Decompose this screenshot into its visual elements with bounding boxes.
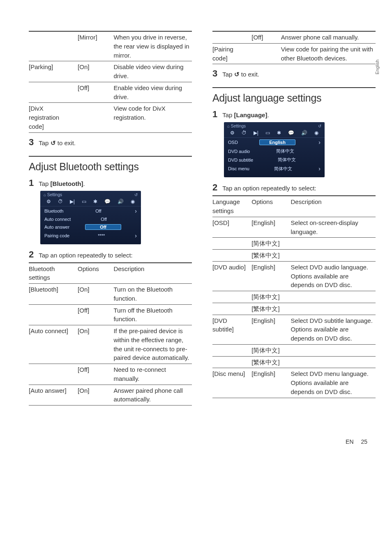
step-3-exit: 3 Tap ↺ to exit. — [29, 138, 192, 147]
ss-label: DVD subtitle — [228, 158, 253, 162]
step-number: 3 — [212, 69, 217, 78]
back-icon: ↺ — [51, 139, 56, 147]
dvd-icon: ◉ — [131, 199, 135, 204]
section-divider — [29, 156, 192, 157]
cell: Answer phone call manually. — [281, 31, 376, 43]
cell — [291, 238, 376, 250]
cell — [291, 303, 376, 315]
ss-back-icon: ↺ — [134, 192, 138, 197]
cell — [78, 103, 113, 132]
ss-home-icon: ⌂ Settings — [227, 124, 246, 128]
cell — [291, 356, 376, 368]
step-number: 2 — [29, 250, 34, 259]
gear-icon: ⚙ — [46, 199, 51, 204]
cell: Disable video view during drive. — [113, 61, 192, 82]
cell: [简体中文] — [251, 291, 291, 303]
step-text: Tap ↺ to exit. — [39, 139, 76, 147]
cell: [Off] — [251, 31, 281, 43]
cell: [Parking] — [29, 61, 78, 82]
ss-val: Off — [84, 209, 113, 213]
lang-step-2: 2 Tap an option repeatedly to select: — [212, 183, 376, 192]
video-settings-table-continued: [Mirror] When you drive in reverse, the … — [29, 31, 192, 133]
arrow-icon: › — [133, 232, 137, 239]
step-number: 1 — [29, 178, 34, 188]
cell: [Off] — [78, 304, 113, 325]
dvd-icon: ◉ — [314, 130, 318, 136]
cell — [291, 250, 376, 262]
step-3-exit-right: 3 Tap ↺ to exit. — [212, 69, 376, 78]
cell: Select DVD menu language. Options availa… — [291, 368, 376, 398]
clock-icon: ⏱ — [58, 199, 63, 204]
ss-tab-icons: ⚙ ⏱ ▶| ▭ ✱ 💬 🔊 ◉ — [40, 198, 141, 206]
ss-label: Disc menu — [228, 166, 249, 171]
language-screenshot: ⌂ Settings ↺ ⚙ ⏱ ▶| ▭ ✱ 💬 🔊 ◉ OSD Englis… — [224, 122, 325, 177]
ss-val: 简体中文 — [271, 148, 300, 154]
cell: [On] — [78, 325, 113, 364]
ss-val: Off — [90, 217, 118, 222]
col-header: Options — [78, 263, 113, 284]
cell: View code for DivX registration. — [113, 103, 192, 132]
col-header: Description — [291, 196, 376, 217]
arrow-icon: › — [317, 139, 321, 146]
cell — [251, 43, 281, 64]
cell: View code for pairing the unit with othe… — [281, 43, 376, 64]
text: Tap — [39, 139, 50, 146]
cell: [DivX registration code] — [29, 103, 78, 132]
step-text: Tap an option repeatedly to select: — [39, 252, 133, 259]
cell: [Off] — [78, 82, 113, 103]
cell: [繁体中文] — [251, 303, 291, 315]
text: to exit. — [240, 71, 259, 78]
cell — [212, 31, 251, 43]
step-number: 3 — [29, 138, 34, 147]
ss-back-icon: ↺ — [318, 124, 321, 128]
arrow-icon: › — [317, 165, 321, 172]
cell: [On] — [78, 385, 113, 406]
sound-icon: ▶| — [70, 199, 75, 204]
cell: [On] — [78, 284, 113, 305]
page-footer: EN 25 — [0, 422, 392, 453]
language-icon: 💬 — [104, 199, 111, 204]
cell: Select on-screen-display language. — [291, 217, 376, 238]
cell: [Mirror] — [78, 31, 113, 61]
ss-val: 简体中文 — [269, 166, 297, 172]
cell: [Disc menu] — [212, 368, 251, 398]
ss-val: 简体中文 — [272, 157, 301, 163]
cell: If the pre-paired device is within the e… — [113, 325, 192, 364]
step-text: Tap [Language]. — [222, 111, 269, 118]
heading-bluetooth: Adjust Bluetooth settings — [29, 161, 192, 173]
cell: [Auto connect] — [29, 325, 78, 364]
ss-val-highlight: English — [259, 139, 295, 145]
col-header: Bluetooth settings — [29, 263, 78, 284]
step-text: Tap an option repeatedly to select: — [222, 185, 316, 192]
cell: [简体中文] — [251, 238, 291, 250]
clock-icon: ⏱ — [242, 130, 247, 136]
bluetooth-settings-table: Bluetooth settings Options Description [… — [29, 262, 192, 406]
cell: [OSD] — [212, 217, 251, 238]
text-bold: [Language] — [234, 111, 267, 118]
bt-step-2: 2 Tap an option repeatedly to select: — [29, 250, 192, 259]
text: Tap — [222, 111, 234, 118]
cell — [212, 250, 251, 262]
cell: [繁体中文] — [251, 356, 291, 368]
cell: [On] — [78, 61, 113, 82]
ss-label: OSD — [228, 140, 238, 145]
text: . — [83, 180, 85, 187]
section-divider — [212, 87, 376, 88]
ss-title: Settings — [231, 124, 246, 128]
text: . — [267, 111, 269, 118]
cell: [繁体中文] — [251, 250, 291, 262]
volume-icon: 🔊 — [118, 199, 124, 204]
gear-icon: ⚙ — [230, 130, 235, 136]
video-icon: ▭ — [82, 199, 86, 204]
ss-home-icon: ⌂ Settings — [44, 192, 62, 197]
cell — [291, 291, 376, 303]
bluetooth-settings-table-continued: [Off] Answer phone call manually. [Pairi… — [212, 31, 376, 64]
ss-label: Auto connect — [44, 217, 71, 222]
step-text: Tap ↺ to exit. — [222, 71, 259, 78]
volume-icon: 🔊 — [301, 130, 307, 136]
step-number: 1 — [212, 110, 217, 119]
footer-page-number: 25 — [361, 438, 367, 445]
video-icon: ▭ — [265, 130, 270, 136]
cell: [English] — [251, 217, 291, 238]
cell: When you drive in reverse, the rear view… — [113, 31, 192, 61]
